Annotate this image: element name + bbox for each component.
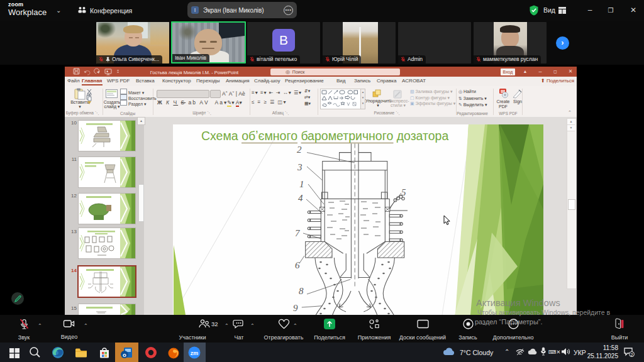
svg-text:o: o: [123, 351, 126, 358]
svg-text:9: 9: [293, 303, 298, 313]
svg-text:1: 1: [299, 179, 304, 189]
svg-text:8: 8: [299, 286, 304, 296]
svg-text:2: 2: [297, 145, 302, 155]
svg-text:2: 2: [630, 352, 633, 358]
svg-text:3: 3: [297, 162, 303, 172]
svg-text:zm: zm: [191, 350, 199, 356]
svg-text:7: 7: [295, 228, 301, 238]
svg-text:Схема обʼємного барометричного: Схема обʼємного барометричного дозатора: [201, 129, 448, 143]
svg-text:5: 5: [401, 187, 406, 197]
svg-text:4: 4: [298, 193, 303, 203]
svg-text:6: 6: [295, 260, 300, 270]
